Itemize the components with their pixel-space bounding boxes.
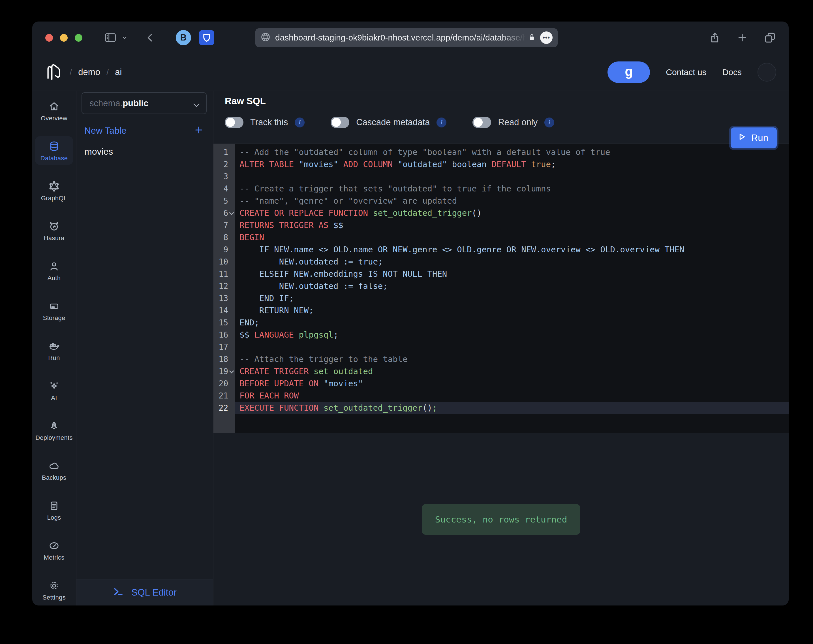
sql-editor-button[interactable]: SQL Editor (77, 579, 213, 606)
gauge-icon (48, 540, 60, 551)
line-number[interactable]: 7 (213, 219, 235, 232)
sidebar-item-hasura[interactable]: Hasura (35, 216, 73, 245)
hasura-icon (48, 221, 60, 232)
back-button[interactable] (145, 32, 156, 43)
line-number[interactable]: 11 (213, 268, 235, 280)
nhost-logo[interactable] (45, 63, 62, 81)
run-button[interactable]: Run (730, 127, 777, 149)
share-icon[interactable] (709, 32, 721, 44)
sidebar-item-settings[interactable]: Settings (35, 575, 73, 604)
avatar[interactable] (758, 63, 776, 81)
line-number[interactable]: 3 (213, 170, 235, 182)
sidebar-item-ai[interactable]: AI (35, 376, 73, 405)
code-line[interactable]: FOR EACH ROW (235, 390, 789, 402)
code-line[interactable]: CREATE OR REPLACE FUNCTION set_outdated_… (235, 207, 789, 219)
line-number[interactable]: 21 (213, 390, 235, 402)
sidebar-item-storage[interactable]: Storage (35, 296, 73, 325)
sql-code-editor[interactable]: 12345678910111213141516171819202122 -- A… (213, 144, 789, 433)
breadcrumb-project[interactable]: demo (78, 67, 100, 77)
sidebar-item-auth[interactable]: Auth (35, 256, 73, 285)
cloud-icon (48, 460, 60, 472)
page-settings-icon[interactable]: ••• (540, 31, 553, 44)
sidebar-item-overview[interactable]: Overview (35, 96, 73, 125)
code-line[interactable]: $$ LANGUAGE plpgsql; (235, 329, 789, 341)
code-line[interactable]: ELSEIF NEW.embeddings IS NOT NULL THEN (235, 268, 789, 280)
code-line[interactable]: -- Attach the trigger to the table (235, 353, 789, 365)
code-line[interactable] (235, 170, 789, 182)
line-number[interactable]: 9 (213, 244, 235, 256)
line-number[interactable]: 18 (213, 353, 235, 365)
sidebar-item-deployments[interactable]: Deployments (35, 416, 73, 444)
fold-chevron-icon[interactable] (228, 370, 235, 373)
line-number[interactable]: 19 (213, 365, 235, 377)
info-icon[interactable]: i (295, 118, 305, 127)
minimize-window-button[interactable] (60, 34, 67, 41)
sidebar-item-graphql[interactable]: GraphQL (35, 176, 73, 205)
cascade-metadata-toggle[interactable] (331, 117, 349, 128)
read-only-toggle[interactable] (472, 117, 491, 128)
code-line[interactable]: -- Add the "outdated" column of type "bo… (235, 146, 789, 158)
code-line[interactable]: BEGIN (235, 232, 789, 244)
success-message: Success, no rows returned (422, 504, 580, 535)
line-number[interactable]: 13 (213, 292, 235, 304)
code-line[interactable]: IF NEW.name <> OLD.name OR NEW.genre <> … (235, 244, 789, 256)
docs-link[interactable]: Docs (723, 67, 742, 77)
line-number[interactable]: 14 (213, 304, 235, 317)
sidebar-toggle-icon[interactable] (104, 32, 116, 43)
contact-us-link[interactable]: Contact us (666, 67, 706, 77)
code-line[interactable]: -- "name", "genre" or "overview" are upd… (235, 195, 789, 207)
editor-code[interactable]: -- Add the "outdated" column of type "bo… (235, 144, 789, 433)
sidebar-item-logs[interactable]: Logs (35, 495, 73, 524)
breadcrumb-app[interactable]: ai (115, 67, 122, 77)
sidebar-item-database[interactable]: Database (35, 136, 73, 165)
code-line[interactable]: END; (235, 317, 789, 329)
sparkles-icon (48, 380, 60, 392)
sidebar-item-backups[interactable]: Backups (35, 456, 73, 484)
fold-chevron-icon[interactable] (228, 212, 235, 215)
schema-select[interactable]: schema.public (81, 92, 207, 114)
extension-b-icon[interactable]: B (176, 30, 191, 45)
code-line[interactable]: BEFORE UPDATE ON "movies" (235, 377, 789, 390)
code-line[interactable]: NEW.outdated := false; (235, 280, 789, 292)
line-number[interactable]: 20 (213, 377, 235, 390)
line-number[interactable]: 15 (213, 317, 235, 329)
breadcrumb: / demo / ai (70, 67, 122, 77)
line-number[interactable]: 22 (213, 402, 235, 414)
line-number[interactable]: 16 (213, 329, 235, 341)
line-number[interactable]: 1 (213, 146, 235, 158)
page-title: Raw SQL (225, 96, 789, 106)
bitwarden-shield-icon[interactable] (199, 30, 214, 45)
track-this-toggle[interactable] (225, 117, 243, 128)
code-line[interactable]: -- Create a trigger that sets "outdated"… (235, 182, 789, 195)
line-number[interactable]: 17 (213, 341, 235, 353)
info-icon[interactable]: i (544, 118, 554, 127)
line-number[interactable]: 8 (213, 232, 235, 244)
info-icon[interactable]: i (436, 118, 446, 127)
code-line[interactable]: END IF; (235, 292, 789, 304)
close-window-button[interactable] (45, 34, 53, 41)
code-line[interactable] (235, 341, 789, 353)
code-line[interactable]: RETURNS TRIGGER AS $$ (235, 219, 789, 232)
table-item-movies[interactable]: movies (81, 143, 207, 161)
line-number[interactable]: 12 (213, 280, 235, 292)
code-line[interactable]: EXECUTE FUNCTION set_outdated_trigger(); (235, 402, 789, 414)
line-number[interactable]: 2 (213, 158, 235, 170)
sidebar-item-run[interactable]: Run (35, 336, 73, 365)
address-bar[interactable]: dashboard-staging-ok9biakr0-nhost.vercel… (255, 28, 558, 47)
docker-icon (48, 340, 60, 352)
code-line[interactable]: CREATE TRIGGER set_outdated (235, 365, 789, 377)
line-number[interactable]: 10 (213, 256, 235, 268)
line-number[interactable]: 5 (213, 195, 235, 207)
feedback-button[interactable]: g (608, 61, 650, 83)
line-number[interactable]: 4 (213, 182, 235, 195)
zoom-window-button[interactable] (75, 34, 83, 41)
code-line[interactable]: NEW.outdated := true; (235, 256, 789, 268)
sidebar-chevron-icon[interactable] (121, 34, 128, 41)
code-line[interactable]: RETURN NEW; (235, 304, 789, 317)
new-tab-icon[interactable] (736, 32, 748, 43)
sidebar-item-metrics[interactable]: Metrics (35, 535, 73, 564)
tab-overview-icon[interactable] (764, 31, 776, 44)
new-table-button[interactable]: New Table (81, 121, 207, 140)
code-line[interactable]: ALTER TABLE "movies" ADD COLUMN "outdate… (235, 158, 789, 170)
line-number[interactable]: 6 (213, 207, 235, 219)
